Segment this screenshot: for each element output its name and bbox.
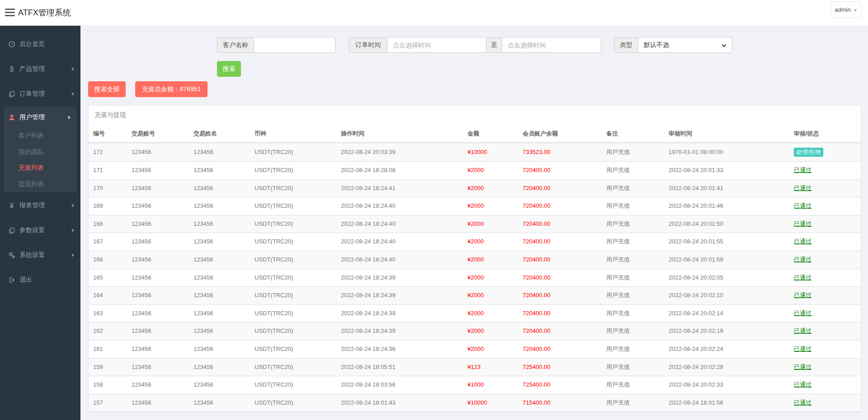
- time-to-input[interactable]: [502, 37, 601, 53]
- cell-name: 123456: [189, 179, 250, 197]
- approved-status-link[interactable]: 已通过: [794, 310, 811, 317]
- cell-amount: ¥2000: [463, 251, 518, 269]
- cell-id: 163: [89, 304, 127, 322]
- approved-status-link[interactable]: 已通过: [794, 274, 811, 281]
- cell-remark: 用戶充值: [602, 287, 664, 305]
- sidebar-subitem-my-team[interactable]: 我的团队: [4, 144, 77, 160]
- cell-remark: 用戶充值: [602, 304, 664, 322]
- cell-status: 已通过: [789, 251, 861, 269]
- approved-status-link[interactable]: 已通过: [794, 220, 811, 227]
- cell-account: 123456: [127, 340, 189, 358]
- sidebar-item-label: 系统设置: [19, 251, 45, 259]
- approved-status-link[interactable]: 已通过: [794, 185, 811, 191]
- hamburger-menu-icon[interactable]: [5, 9, 15, 16]
- type-label: 类型: [614, 37, 638, 53]
- search-button[interactable]: 搜索: [217, 61, 241, 77]
- cell-amount: ¥2000: [463, 162, 518, 180]
- time-from-input[interactable]: [387, 37, 486, 53]
- cell-balance: 733523.00: [518, 143, 602, 162]
- approved-status-link[interactable]: 已通过: [794, 364, 811, 370]
- table-row: 167123456123456USDT(TRC20)2022-08-24 18:…: [89, 233, 861, 251]
- gears-icon: [8, 252, 15, 259]
- sidebar-subitem-recharge-list[interactable]: 充值列表: [4, 160, 77, 176]
- cell-balance: 720400.00: [518, 322, 602, 341]
- cell-amount: ¥2000: [463, 269, 518, 287]
- cell-op-time: 2022-08-24 18:03:56: [336, 376, 463, 394]
- approved-status-link[interactable]: 已通过: [794, 327, 811, 334]
- cell-op-time: 2022-08-24 18:24:41: [336, 179, 463, 197]
- cell-account: 123456: [127, 269, 189, 287]
- cell-remark: 用戶充值: [602, 143, 664, 162]
- orders-icon: [8, 90, 15, 98]
- sidebar-item-logout[interactable]: 退出: [0, 268, 80, 293]
- cell-audit-time: 2022-08-24 20:01:46: [664, 197, 789, 215]
- table-row: 168123456123456USDT(TRC20)2022-08-24 18:…: [89, 215, 861, 233]
- cell-remark: 用戶充值: [602, 269, 664, 287]
- approved-status-link[interactable]: 已通过: [794, 292, 811, 299]
- cell-id: 165: [89, 269, 127, 287]
- sidebar-item-params[interactable]: 参数设置: [0, 218, 80, 243]
- column-header-1: 编号: [89, 125, 127, 143]
- sidebar-item-users[interactable]: 用户管理: [4, 107, 77, 128]
- cell-amount: ¥2000: [463, 215, 518, 233]
- sidebar-subitem-customer-list[interactable]: 客户列表: [4, 128, 77, 144]
- cell-account: 123456: [127, 215, 189, 233]
- cell-currency: USDT(TRC20): [250, 233, 336, 251]
- table-row: 171123456123456USDT(TRC20)2022-08-24 18:…: [89, 162, 861, 180]
- cell-id: 171: [89, 162, 127, 180]
- sidebar-item-system[interactable]: 系统设置: [0, 243, 80, 268]
- sidebar-subitem-withdraw-list[interactable]: 提现列表: [4, 176, 77, 192]
- approved-status-link[interactable]: 已通过: [794, 399, 811, 406]
- customer-name-group: 客户名称: [217, 37, 335, 53]
- approved-status-link[interactable]: 已通过: [794, 238, 811, 245]
- cell-audit-time: 2022-08-24 20:01:33: [664, 162, 789, 180]
- sidebar-item-products[interactable]: 产品管理: [0, 56, 80, 81]
- chevron-right-icon: [72, 67, 74, 71]
- cell-op-time: 2022-08-24 18:28:08: [336, 162, 463, 180]
- chevron-right-icon: [72, 253, 74, 257]
- approved-status-link[interactable]: 已通过: [794, 256, 811, 263]
- cell-balance: 720400.00: [518, 304, 602, 322]
- cell-amount: ¥2000: [463, 304, 518, 322]
- search-all-button[interactable]: 搜索全部: [88, 81, 126, 97]
- cell-amount: ¥10000: [463, 394, 518, 412]
- customer-name-input[interactable]: [254, 37, 335, 53]
- cell-status: 已通过: [789, 233, 861, 251]
- sidebar-item-orders[interactable]: 订单管理: [0, 81, 80, 106]
- cell-amount: ¥2000: [463, 179, 518, 197]
- cell-currency: USDT(TRC20): [250, 251, 336, 269]
- card-title: 充值与提现: [89, 106, 861, 125]
- cell-name: 123456: [189, 233, 250, 251]
- cell-account: 123456: [127, 394, 189, 412]
- sidebar-item-reports[interactable]: 报表管理: [0, 193, 80, 218]
- cell-balance: 720400.00: [518, 215, 602, 233]
- column-header-8: 备注: [602, 125, 664, 143]
- column-header-2: 交易账号: [127, 125, 189, 143]
- table-row: 172123456123456USDT(TRC20)2022-08-24 20:…: [89, 143, 861, 162]
- cell-audit-time: 2022-08-24 20:01:55: [664, 233, 789, 251]
- pending-status-badge[interactable]: 处理/拒绝: [794, 148, 823, 157]
- cell-balance: 720400.00: [518, 287, 602, 305]
- cell-amount: ¥2000: [463, 233, 518, 251]
- cell-op-time: 2022-08-24 18:24:40: [336, 251, 463, 269]
- recharge-total-button[interactable]: 充值总金额：876951: [135, 81, 208, 97]
- cell-currency: USDT(TRC20): [250, 304, 336, 322]
- cell-balance: 720400.00: [518, 340, 602, 358]
- cell-currency: USDT(TRC20): [250, 179, 336, 197]
- cell-amount: ¥2000: [463, 322, 518, 341]
- sidebar-item-label: 报表管理: [19, 201, 45, 210]
- sidebar-item-label: 用户管理: [19, 113, 45, 121]
- cell-account: 123456: [127, 376, 189, 394]
- table-row: 163123456123456USDT(TRC20)2022-08-24 18:…: [89, 304, 861, 322]
- approved-status-link[interactable]: 已通过: [794, 202, 811, 209]
- admin-user-dropdown[interactable]: admin: [830, 1, 861, 18]
- sidebar-item-home[interactable]: 后台首页: [0, 32, 80, 56]
- approved-status-link[interactable]: 已通过: [794, 381, 811, 388]
- cell-op-time: 2022-08-24 18:24:39: [336, 287, 463, 305]
- approved-status-link[interactable]: 已通过: [794, 345, 811, 352]
- cell-remark: 用戶充值: [602, 340, 664, 358]
- approved-status-link[interactable]: 已通过: [794, 167, 811, 173]
- type-select[interactable]: 默认不选: [638, 37, 732, 53]
- cell-currency: USDT(TRC20): [250, 376, 336, 394]
- cell-id: 167: [89, 233, 127, 251]
